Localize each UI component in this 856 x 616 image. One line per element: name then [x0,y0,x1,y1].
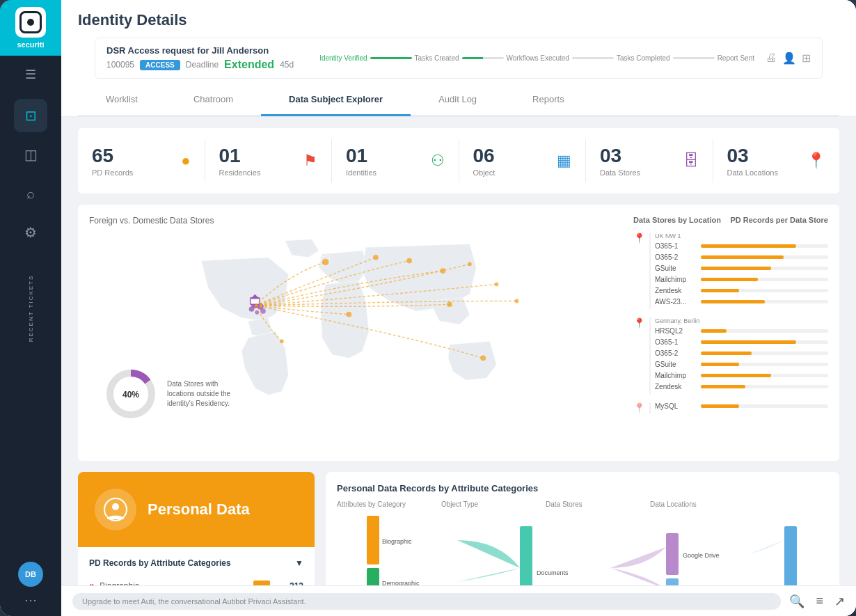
chat-upgrade-message[interactable]: Upgrade to meet Auti, the conversational… [72,593,781,610]
main-content: Identity Details DSR Access request for … [61,0,856,616]
print-icon[interactable]: 🖨 [766,52,777,65]
nav-list: ⊡ ◫ ⌕ ⚙ [14,93,47,553]
loc-de-mailchimp: Mailchimp [655,372,828,379]
svg-point-2 [249,306,255,312]
user-icon[interactable]: 👤 [782,52,796,65]
step-identity-label: Identity Verified [319,54,367,62]
donut-chart-svg: 40% [103,366,159,422]
pin-germany-icon: 📍 [633,317,645,329]
loc-de-o365-1: O365-1 [655,338,828,346]
loc-hrsql2: HRSQL2 [655,327,828,335]
stat-id-icon: ⚇ [431,152,445,170]
tab-worklist[interactable]: Worklist [78,84,166,116]
pin-mysql-icon: 📍 [633,402,645,413]
stat-pd-number: 65 [92,145,133,167]
pd-chart-card: Personal Data Records by Attribute Categ… [326,472,839,585]
step-workflows-label: Workflows Executed [507,54,569,62]
stat-dl-number: 03 [727,145,778,167]
logo-area: securiti [0,0,61,56]
nav-data[interactable]: ◫ [14,138,47,171]
stat-ds-icon: 🗄 [683,152,699,170]
svg-rect-34 [784,526,797,585]
loc-mysql: MySQL [655,402,828,410]
svg-text:Google Drive: Google Drive [683,552,720,559]
donut-chart-container: 40% Data Stores with locations outside t… [103,366,237,422]
step-report: Report Sent [718,54,754,62]
svg-rect-24 [367,568,379,585]
pin-uk-icon: 📍 [633,232,645,244]
progress-line-2 [462,57,504,59]
dsr-id: 100095 [106,60,134,70]
stat-object: 06 Object ▦ [459,139,587,182]
stat-pd-label: PD Records [92,168,133,177]
pd-card-body: PD Records by Attribute Categories ▼ ♥ B… [78,547,315,585]
dsr-days: 45d [280,60,294,70]
main-tabs: Worklist Chatroom Data Subject Explorer … [78,84,839,116]
stat-res-icon: ⚑ [303,152,317,170]
donut-label: Data Stores with locations outside the i… [167,379,237,409]
logo-box [15,7,46,38]
brand-name: securiti [17,40,44,49]
tab-data-subject-explorer[interactable]: Data Subject Explorer [261,84,411,116]
loc-gsuite: GSuite [655,264,828,272]
nav-dashboard[interactable]: ⊡ [14,99,47,132]
tab-chatroom[interactable]: Chatroom [166,84,261,116]
region-mysql: 📍 MySQL [633,402,828,413]
loc-de-gsuite: GSuite [655,361,828,368]
progress-line-1 [370,57,412,59]
germany-region-label: Germany, Berlin [655,317,828,324]
sidebar: securiti ☰ ⊡ ◫ ⌕ ⚙ DB ⋯ RECENT TICKETS [0,0,61,616]
filter-icon[interactable]: ≡ [816,594,823,609]
dsr-deadline-label: Deadline [186,60,219,70]
stat-ds-number: 03 [600,145,640,167]
expand-icon[interactable]: ⊞ [802,52,811,65]
nav-search[interactable]: ⌕ [14,177,47,210]
sidebar-bottom: DB ⋯ [18,553,43,616]
hamburger-menu[interactable]: ☰ [0,56,61,93]
dsr-title: DSR Access request for Jill Anderson [106,45,294,56]
tab-audit-log[interactable]: Audit Log [411,84,505,116]
tab-reports[interactable]: Reports [505,84,592,116]
stat-ds-label: Data Stores [600,168,640,177]
stat-dl-icon: 📍 [807,152,825,170]
svg-text:40%: 40% [122,390,139,400]
stat-obj-label: Object [473,168,496,177]
svg-text:Demographic: Demographic [382,580,420,585]
map-left: Foreign vs. Domestic Data Stores [89,216,622,450]
svg-text:Biographic: Biographic [382,538,412,545]
data-stores-header: Data Stores by Location PD Records per D… [633,216,828,224]
stat-identities: 01 Identities ⚇ [332,139,459,182]
header-attributes: Attributes by Category [337,500,441,508]
stat-pd-records: 65 PD Records ● [78,139,205,182]
sankey-svg: Biographic Demographic Financial Documen… [337,512,828,585]
step-identity: Identity Verified [319,54,367,62]
step-workflows: Workflows Executed [507,54,569,62]
loc-de-zendesk: Zendesk [655,383,828,390]
sankey-chart: Biographic Demographic Financial Documen… [337,512,828,585]
nav-settings[interactable]: ⚙ [14,216,47,249]
stats-row: 65 PD Records ● 01 Residencies ⚑ 01 Iden [78,128,839,194]
stat-obj-number: 06 [473,145,496,167]
step-tasks: Tasks Created [415,54,459,62]
search-bottom-icon[interactable]: 🔍 [789,594,805,609]
pd-dropdown-icon[interactable]: ▼ [295,558,303,568]
arrow-icon[interactable]: ↗ [834,594,845,609]
stat-residencies: 01 Residencies ⚑ [205,139,333,182]
svg-rect-31 [666,533,679,575]
pd-chart-title: Personal Data Records by Attribute Categ… [337,483,828,493]
stat-data-stores: 03 Data Stores 🗄 [586,139,713,182]
loc-o365-1: O365-1 [655,242,828,250]
step-tasks-completed: Tasks Completed [617,54,670,62]
loc-zendesk: Zendesk [655,287,828,294]
step-report-label: Report Sent [718,54,754,62]
pd-section-title: PD Records by Attribute Categories [89,558,231,568]
pd-icon [95,489,136,530]
dsr-badge: ACCESS [140,60,180,70]
personal-data-card: Personal Data PD Records by Attribute Ca… [78,472,315,585]
header-data-stores: Data Stores [546,500,650,508]
user-avatar[interactable]: DB [18,562,43,587]
step-tasks-label: Tasks Created [415,54,459,62]
header-object: Object Type [441,500,546,508]
dots-menu[interactable]: ⋯ [24,592,37,608]
dsr-request-bar: DSR Access request for Jill Anderson 100… [95,38,823,79]
